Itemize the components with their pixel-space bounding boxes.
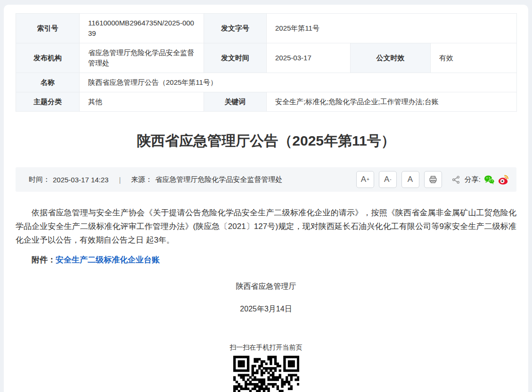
index-label: 索引号	[16, 14, 80, 43]
print-icon	[427, 174, 439, 185]
font-decrease-button[interactable]: A-	[379, 171, 397, 188]
share-icon	[450, 174, 462, 185]
toolbar-separator: |	[119, 176, 121, 184]
attachment-label: 附件：	[32, 255, 56, 264]
date-value: 2025-03-17	[267, 43, 351, 73]
name-value: 陕西省应急管理厅公告（2025年第11号）	[80, 73, 517, 92]
date-label: 发文时间	[204, 43, 267, 73]
print-button[interactable]	[424, 171, 442, 188]
page-title: 陕西省应急管理厅公告（2025年第11号）	[16, 131, 516, 151]
attachment-line: 附件：安全生产二级标准化企业台账	[16, 253, 516, 267]
table-row: 名称 陕西省应急管理厅公告（2025年第11号）	[16, 73, 517, 92]
category-label: 主题分类	[16, 92, 80, 112]
wechat-share-button[interactable]	[483, 174, 495, 185]
wechat-icon	[484, 174, 495, 185]
article-toolbar: 时间： 2025-03-17 14:23 | 来源： 省应急管理厅危险化学品安全…	[16, 167, 516, 192]
docnum-label: 发文字号	[204, 14, 267, 43]
share-group: 分享:	[450, 174, 509, 185]
docnum-value: 2025年第11号	[267, 14, 517, 43]
share-label: 分享:	[465, 175, 481, 184]
validity-label: 公文时效	[351, 43, 431, 73]
table-row: 发布机构 省应急管理厅危险化学品安全监督管理处 发文时间 2025-03-17 …	[16, 43, 517, 73]
article-body: 依据省应急管理与安全生产协会《关于提请公告危险化学品安全生产二级标准化企业的请示…	[16, 206, 516, 392]
name-label: 名称	[16, 73, 80, 92]
table-row: 索引号 11610000MB2964735N/2025-00039 发文字号 2…	[16, 14, 517, 43]
keywords-label: 关键词	[204, 92, 267, 112]
qr-section: 扫一扫在手机打开当前页	[16, 343, 516, 392]
source-value: 省应急管理厅危险化学品安全监督管理处	[155, 175, 282, 184]
qr-code-image	[233, 356, 299, 392]
source-label: 来源：	[131, 175, 152, 184]
agency-value: 省应急管理厅危险化学品安全监督管理处	[80, 43, 204, 73]
time-label: 时间：	[29, 175, 50, 184]
sign-date: 2025年3月14日	[16, 304, 516, 314]
qr-caption: 扫一扫在手机打开当前页	[16, 343, 516, 352]
agency-label: 发布机构	[16, 43, 80, 73]
weibo-icon	[498, 174, 509, 185]
toolbar-actions: A+ A- A	[356, 171, 509, 188]
body-paragraph: 依据省应急管理与安全生产协会《关于提请公告危险化学品安全生产二级标准化企业的请示…	[16, 206, 516, 247]
document-card: 索引号 11610000MB2964735N/2025-00039 发文字号 2…	[4, 5, 528, 392]
font-reset-button[interactable]: A	[401, 171, 419, 188]
keywords-value: 安全生产;标准化;危险化学品企业;工作管理办法;台账	[267, 92, 517, 112]
document-meta-table: 索引号 11610000MB2964735N/2025-00039 发文字号 2…	[16, 13, 517, 112]
weibo-share-button[interactable]	[498, 174, 509, 185]
table-row: 主题分类 其他 关键词 安全生产;标准化;危险化学品企业;工作管理办法;台账	[16, 92, 517, 112]
time-value: 2025-03-17 14:23	[53, 176, 108, 184]
attachment-link[interactable]: 安全生产二级标准化企业台账	[56, 255, 160, 264]
validity-value: 有效	[431, 43, 517, 73]
signature: 陕西省应急管理厅	[16, 282, 516, 292]
category-value: 其他	[80, 92, 204, 112]
index-value: 11610000MB2964735N/2025-00039	[80, 14, 204, 43]
font-increase-button[interactable]: A+	[356, 171, 374, 188]
